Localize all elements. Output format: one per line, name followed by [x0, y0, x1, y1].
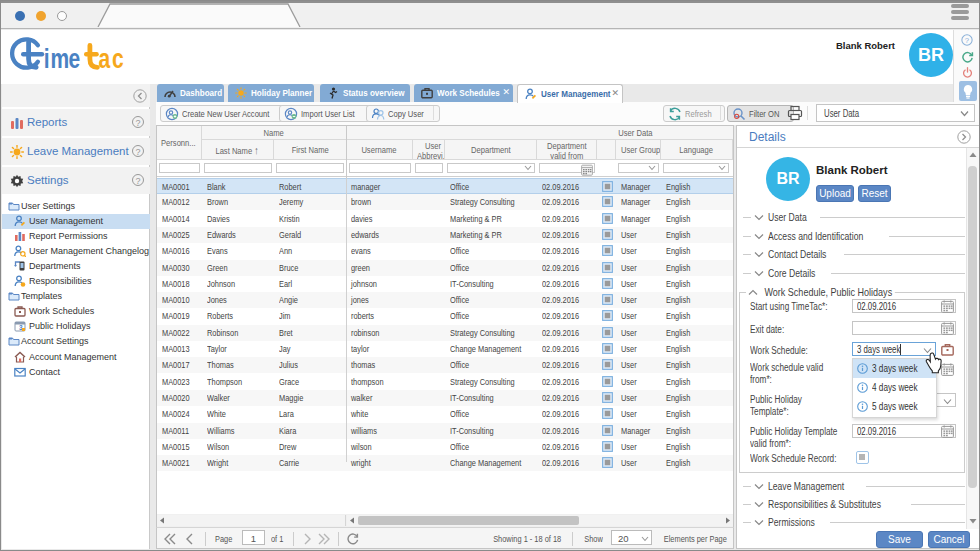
- svg-text:?: ?: [965, 36, 969, 45]
- svg-text:imeac: imeac: [44, 43, 124, 74]
